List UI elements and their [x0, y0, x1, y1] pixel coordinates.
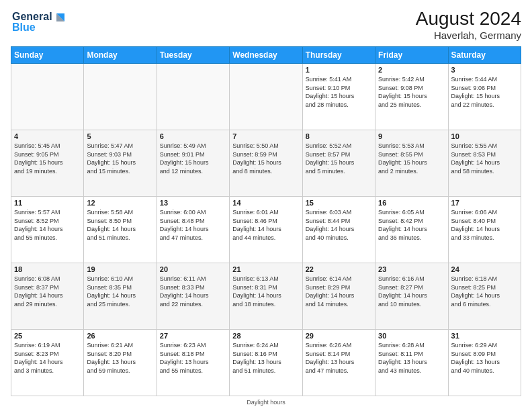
- day-cell: 12Sunrise: 5:58 AM Sunset: 8:50 PM Dayli…: [84, 197, 157, 263]
- page-container: General Blue August 2024 Haverlah, Germa…: [0, 0, 532, 411]
- day-info: Sunrise: 5:49 AM Sunset: 9:01 PM Dayligh…: [160, 142, 226, 175]
- day-info: Sunrise: 6:10 AM Sunset: 8:35 PM Dayligh…: [87, 275, 153, 308]
- day-info: Sunrise: 6:18 AM Sunset: 8:25 PM Dayligh…: [451, 275, 518, 308]
- day-info: Sunrise: 6:11 AM Sunset: 8:33 PM Dayligh…: [160, 275, 226, 308]
- day-cell: 3Sunrise: 5:44 AM Sunset: 9:06 PM Daylig…: [448, 64, 521, 130]
- day-cell: 29Sunrise: 6:26 AM Sunset: 8:14 PM Dayli…: [302, 330, 375, 396]
- day-info: Sunrise: 5:44 AM Sunset: 9:06 PM Dayligh…: [451, 75, 518, 109]
- day-cell: 10Sunrise: 5:55 AM Sunset: 8:53 PM Dayli…: [448, 130, 521, 197]
- day-info: Sunrise: 6:14 AM Sunset: 8:29 PM Dayligh…: [306, 275, 372, 308]
- day-cell: [84, 64, 157, 130]
- day-cell: 17Sunrise: 6:06 AM Sunset: 8:40 PM Dayli…: [448, 197, 521, 263]
- day-info: Sunrise: 6:01 AM Sunset: 8:46 PM Dayligh…: [232, 208, 299, 242]
- day-number: 14: [232, 199, 299, 207]
- title-block: August 2024 Haverlah, Germany: [416, 8, 521, 41]
- day-cell: 5Sunrise: 5:47 AM Sunset: 9:03 PM Daylig…: [84, 130, 157, 197]
- day-cell: [11, 64, 84, 130]
- day-number: 3: [451, 66, 518, 74]
- week-row-1: 1Sunrise: 5:41 AM Sunset: 9:10 PM Daylig…: [11, 64, 521, 130]
- day-info: Sunrise: 6:28 AM Sunset: 8:11 PM Dayligh…: [378, 341, 445, 375]
- day-number: 22: [306, 265, 372, 273]
- day-number: 9: [378, 132, 445, 140]
- day-cell: 13Sunrise: 6:00 AM Sunset: 8:48 PM Dayli…: [157, 197, 229, 263]
- day-number: 16: [378, 199, 445, 207]
- day-cell: 20Sunrise: 6:11 AM Sunset: 8:33 PM Dayli…: [157, 263, 229, 330]
- day-cell: 19Sunrise: 6:10 AM Sunset: 8:35 PM Dayli…: [84, 263, 157, 330]
- day-number: 28: [232, 332, 299, 340]
- day-number: 18: [14, 265, 81, 273]
- day-number: 1: [306, 66, 372, 74]
- day-cell: 16Sunrise: 6:05 AM Sunset: 8:42 PM Dayli…: [375, 197, 448, 263]
- col-wednesday: Wednesday: [230, 47, 302, 64]
- day-number: 19: [87, 265, 153, 273]
- day-cell: 23Sunrise: 6:16 AM Sunset: 8:27 PM Dayli…: [375, 263, 448, 330]
- day-number: 12: [87, 199, 153, 207]
- col-thursday: Thursday: [302, 47, 375, 64]
- daylight-label: Daylight hours: [247, 399, 285, 406]
- day-number: 8: [306, 132, 372, 140]
- day-info: Sunrise: 5:57 AM Sunset: 8:52 PM Dayligh…: [14, 208, 81, 242]
- col-saturday: Saturday: [448, 47, 521, 64]
- day-info: Sunrise: 5:53 AM Sunset: 8:55 PM Dayligh…: [378, 142, 445, 175]
- col-tuesday: Tuesday: [157, 47, 229, 64]
- day-info: Sunrise: 6:16 AM Sunset: 8:27 PM Dayligh…: [378, 275, 445, 308]
- day-info: Sunrise: 5:47 AM Sunset: 9:03 PM Dayligh…: [87, 142, 153, 175]
- calendar-header-row: Sunday Monday Tuesday Wednesday Thursday…: [11, 47, 521, 64]
- day-cell: 21Sunrise: 6:13 AM Sunset: 8:31 PM Dayli…: [230, 263, 302, 330]
- day-info: Sunrise: 6:23 AM Sunset: 8:18 PM Dayligh…: [160, 341, 226, 375]
- day-cell: 1Sunrise: 5:41 AM Sunset: 9:10 PM Daylig…: [302, 64, 375, 130]
- week-row-5: 25Sunrise: 6:19 AM Sunset: 8:23 PM Dayli…: [11, 330, 521, 396]
- day-cell: 11Sunrise: 5:57 AM Sunset: 8:52 PM Dayli…: [11, 197, 84, 263]
- day-info: Sunrise: 6:05 AM Sunset: 8:42 PM Dayligh…: [378, 208, 445, 242]
- day-number: 10: [451, 132, 518, 140]
- day-info: Sunrise: 6:19 AM Sunset: 8:23 PM Dayligh…: [14, 341, 81, 375]
- month-year: August 2024: [416, 8, 521, 30]
- day-info: Sunrise: 6:00 AM Sunset: 8:48 PM Dayligh…: [160, 208, 226, 242]
- location: Haverlah, Germany: [416, 30, 521, 41]
- day-cell: 27Sunrise: 6:23 AM Sunset: 8:18 PM Dayli…: [157, 330, 229, 396]
- day-cell: 28Sunrise: 6:24 AM Sunset: 8:16 PM Dayli…: [230, 330, 302, 396]
- svg-text:Blue: Blue: [12, 21, 36, 33]
- day-number: 7: [232, 132, 299, 140]
- day-cell: 24Sunrise: 6:18 AM Sunset: 8:25 PM Dayli…: [448, 263, 521, 330]
- day-info: Sunrise: 5:52 AM Sunset: 8:57 PM Dayligh…: [306, 142, 372, 175]
- day-info: Sunrise: 6:29 AM Sunset: 8:09 PM Dayligh…: [451, 341, 518, 375]
- day-number: 30: [378, 332, 445, 340]
- week-row-4: 18Sunrise: 6:08 AM Sunset: 8:37 PM Dayli…: [11, 263, 521, 330]
- day-number: 2: [378, 66, 445, 74]
- day-number: 25: [14, 332, 81, 340]
- day-number: 23: [378, 265, 445, 273]
- svg-text:General: General: [12, 11, 52, 22]
- day-number: 6: [160, 132, 226, 140]
- day-cell: 6Sunrise: 5:49 AM Sunset: 9:01 PM Daylig…: [157, 130, 229, 197]
- day-info: Sunrise: 5:41 AM Sunset: 9:10 PM Dayligh…: [306, 75, 372, 109]
- day-cell: 14Sunrise: 6:01 AM Sunset: 8:46 PM Dayli…: [230, 197, 302, 263]
- day-number: 13: [160, 199, 226, 207]
- day-cell: 9Sunrise: 5:53 AM Sunset: 8:55 PM Daylig…: [375, 130, 448, 197]
- day-number: 20: [160, 265, 226, 273]
- day-number: 21: [232, 265, 299, 273]
- day-info: Sunrise: 5:45 AM Sunset: 9:05 PM Dayligh…: [14, 142, 81, 175]
- week-row-2: 4Sunrise: 5:45 AM Sunset: 9:05 PM Daylig…: [11, 130, 521, 197]
- day-number: 15: [306, 199, 372, 207]
- day-info: Sunrise: 6:21 AM Sunset: 8:20 PM Dayligh…: [87, 341, 153, 375]
- day-cell: 30Sunrise: 6:28 AM Sunset: 8:11 PM Dayli…: [375, 330, 448, 396]
- day-info: Sunrise: 6:03 AM Sunset: 8:44 PM Dayligh…: [306, 208, 372, 242]
- day-cell: [230, 64, 302, 130]
- logo-icon: General Blue: [11, 8, 71, 36]
- day-cell: [157, 64, 229, 130]
- day-info: Sunrise: 5:50 AM Sunset: 8:59 PM Dayligh…: [232, 142, 299, 175]
- day-cell: 22Sunrise: 6:14 AM Sunset: 8:29 PM Dayli…: [302, 263, 375, 330]
- header: General Blue August 2024 Haverlah, Germa…: [11, 8, 521, 41]
- day-info: Sunrise: 6:24 AM Sunset: 8:16 PM Dayligh…: [232, 341, 299, 375]
- day-cell: 26Sunrise: 6:21 AM Sunset: 8:20 PM Dayli…: [84, 330, 157, 396]
- day-number: 26: [87, 332, 153, 340]
- day-cell: 2Sunrise: 5:42 AM Sunset: 9:08 PM Daylig…: [375, 64, 448, 130]
- day-info: Sunrise: 6:08 AM Sunset: 8:37 PM Dayligh…: [14, 275, 81, 308]
- logo: General Blue: [11, 8, 71, 39]
- day-cell: 18Sunrise: 6:08 AM Sunset: 8:37 PM Dayli…: [11, 263, 84, 330]
- day-number: 17: [451, 199, 518, 207]
- day-number: 27: [160, 332, 226, 340]
- day-info: Sunrise: 5:55 AM Sunset: 8:53 PM Dayligh…: [451, 142, 518, 175]
- footer: Daylight hours: [11, 399, 521, 406]
